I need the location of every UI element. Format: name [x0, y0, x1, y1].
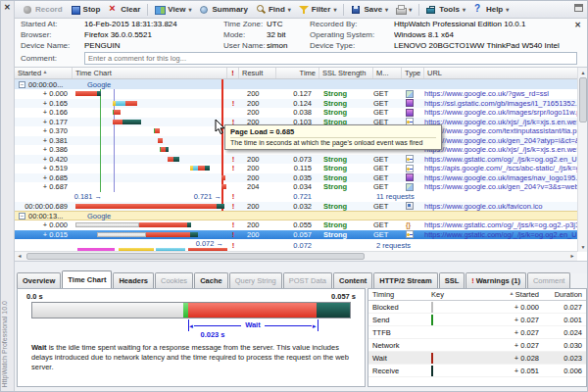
column-header-started[interactable]: Started ▲	[15, 68, 73, 78]
filter-button[interactable]: Filter▾	[295, 4, 341, 16]
timing-column-duration[interactable]: Duration	[539, 290, 582, 299]
timing-started: + 0.027	[490, 316, 539, 324]
clear-button[interactable]: Clear	[104, 4, 144, 16]
dropdown-arrow-icon[interactable]: ▾	[463, 6, 466, 13]
type-cell	[402, 155, 424, 163]
ssl-strength-cell: Strong	[319, 108, 373, 117]
print-button[interactable]: ▾	[392, 4, 416, 16]
horizontal-scroll-thumb[interactable]	[26, 253, 365, 260]
timing-row: Send+ 0.0270.001	[368, 314, 586, 326]
print-icon	[396, 5, 406, 15]
timing-segment-teal	[122, 120, 141, 124]
timing-column-timing[interactable]: Timing	[372, 290, 431, 299]
comment-input[interactable]	[84, 52, 577, 65]
scroll-left-icon[interactable]: ◄	[15, 252, 24, 262]
timing-column-started[interactable]: ▲ Started	[490, 290, 539, 299]
column-header-result[interactable]: Result	[239, 68, 276, 78]
group-header-row[interactable]: −00:00:00...Google	[15, 79, 587, 89]
horizontal-scrollbar[interactable]: ◄ ►	[15, 251, 577, 261]
image-type-icon	[406, 109, 414, 117]
timing-segment-blocked	[75, 222, 139, 227]
info-value: Windows 8.1 x64	[394, 30, 587, 39]
tab-cache[interactable]: Cache	[194, 272, 228, 288]
request-row[interactable]: + 0.015!2000.057StrongGEThttps://www.gst…	[15, 230, 587, 240]
tools-button[interactable]: Tools▾	[422, 4, 469, 16]
dropdown-arrow-icon[interactable]: ▾	[188, 6, 191, 13]
method-cell: GET	[373, 108, 402, 117]
timing-row: Network+ 0.0270.030	[368, 339, 586, 352]
tab-query-string[interactable]: Query String	[229, 272, 282, 288]
find-button[interactable]: Find▾	[252, 4, 295, 16]
timing-segment-teal	[97, 91, 101, 96]
column-header-url[interactable]: URL	[424, 68, 587, 78]
record-button[interactable]: Record	[19, 4, 67, 16]
view-button[interactable]: View▾	[151, 4, 195, 16]
tab-comment[interactable]: Comment	[527, 272, 571, 288]
request-row[interactable]: + 0.0002000.127StrongGEThttps://www.goog…	[15, 89, 587, 99]
column-header--[interactable]: !	[227, 68, 239, 78]
request-row[interactable]: + 0.000!2000.055StrongGET{}https://www.g…	[15, 220, 587, 230]
scroll-up-icon[interactable]: ▲	[578, 68, 588, 77]
timing-duration: 0.001	[539, 316, 582, 324]
request-row[interactable]: + 0.420!2000.073StrongGEThttps://www.gst…	[15, 155, 587, 165]
dropdown-arrow-icon[interactable]: ▾	[333, 6, 336, 13]
tab-post-data[interactable]: POST Data	[283, 272, 332, 288]
chart-marker-label: 0.072 →	[180, 239, 223, 248]
column-header-type[interactable]: Type	[402, 68, 424, 78]
column-header-ssl-strength[interactable]: SSL Strength	[319, 68, 373, 78]
request-row[interactable]: + 0.6852000.035StrongGEThttps://www.goog…	[15, 173, 587, 183]
pane-close-icon[interactable]: ✕	[4, 3, 11, 12]
dropdown-arrow-icon[interactable]: ▾	[506, 6, 509, 13]
stop-button[interactable]: Stop	[67, 4, 105, 16]
request-row[interactable]: + 0.519!2000.115StrongGEThttps://apis.go…	[15, 164, 587, 173]
timing-name: Send	[372, 316, 431, 324]
started-cell: + 0.000	[15, 220, 73, 229]
type-cell	[402, 202, 424, 210]
tab-http-2-stream[interactable]: HTTP/2 Stream	[373, 272, 437, 288]
window-restore-icon[interactable]	[574, 4, 583, 12]
info-row: Browser:Firefox 36.0.0.5521Mode:32 bitOp…	[15, 29, 587, 40]
dropdown-arrow-icon[interactable]: ▾	[409, 6, 412, 13]
tab-ssl[interactable]: SSL	[439, 272, 466, 288]
dropdown-arrow-icon[interactable]: ▾	[385, 6, 388, 13]
help-button[interactable]: Help▾	[469, 4, 513, 16]
method-cell: GET	[373, 155, 402, 164]
toolbar-button-label: Record	[35, 5, 63, 14]
request-row[interactable]: + 0.1662000.038StrongGEThttps://www.goog…	[15, 108, 587, 118]
tab-time-chart[interactable]: Time Chart	[62, 270, 112, 288]
request-row[interactable]: 00:00:00.689!2000.032StrongGEThttps://ww…	[15, 202, 587, 212]
started-cell: + 0.687	[15, 182, 73, 191]
info-close-icon[interactable]: ✕	[574, 21, 581, 29]
timing-duration: 0.006	[539, 367, 582, 375]
dropdown-arrow-icon[interactable]: ▾	[288, 6, 291, 13]
timing-duration: 0.027	[539, 303, 582, 312]
collapse-icon[interactable]: −	[19, 213, 25, 220]
collapse-icon[interactable]: −	[19, 81, 25, 88]
tab-warnings-1-[interactable]: !Warnings (1)	[466, 272, 526, 288]
group-header-row[interactable]: −00:00:13...Google	[15, 211, 587, 220]
info-label: Started At:	[21, 20, 84, 28]
time-chart-cell	[73, 136, 227, 146]
request-row[interactable]: + 0.165!2000.124StrongGEThttps://ssl.gst…	[15, 99, 587, 109]
scroll-down-icon[interactable]: ▼	[578, 242, 588, 252]
vertical-scrollbar[interactable]: ▲ ▼	[577, 68, 587, 252]
request-row[interactable]: + 0.6872040.034StrongGEThttps://www.goog…	[15, 182, 587, 192]
url-cell: https://ssl.gstatic.com/gb/images/i1_716…	[424, 99, 587, 108]
timing-column-key[interactable]: Key	[431, 290, 490, 299]
info-label: User Name:	[223, 41, 267, 50]
tab-headers[interactable]: Headers	[113, 272, 154, 288]
vertical-scroll-thumb[interactable]	[579, 77, 587, 122]
find-icon	[256, 5, 266, 15]
column-header-time[interactable]: Time	[276, 68, 319, 78]
scroll-right-icon[interactable]: ►	[567, 252, 577, 262]
time-chart-cell	[73, 89, 227, 99]
save-button[interactable]: Save▾	[347, 4, 392, 16]
tab-cookies[interactable]: Cookies	[155, 272, 193, 288]
summary-button[interactable]: Summary	[195, 4, 251, 16]
column-header-m-[interactable]: M...	[373, 68, 402, 78]
column-header-time-chart[interactable]: Time Chart	[73, 68, 227, 78]
request-count: 2 requests	[319, 241, 411, 250]
timing-started: + 0.027	[490, 341, 539, 350]
tab-content[interactable]: Content	[333, 272, 372, 288]
tab-overview[interactable]: Overview	[17, 272, 61, 288]
